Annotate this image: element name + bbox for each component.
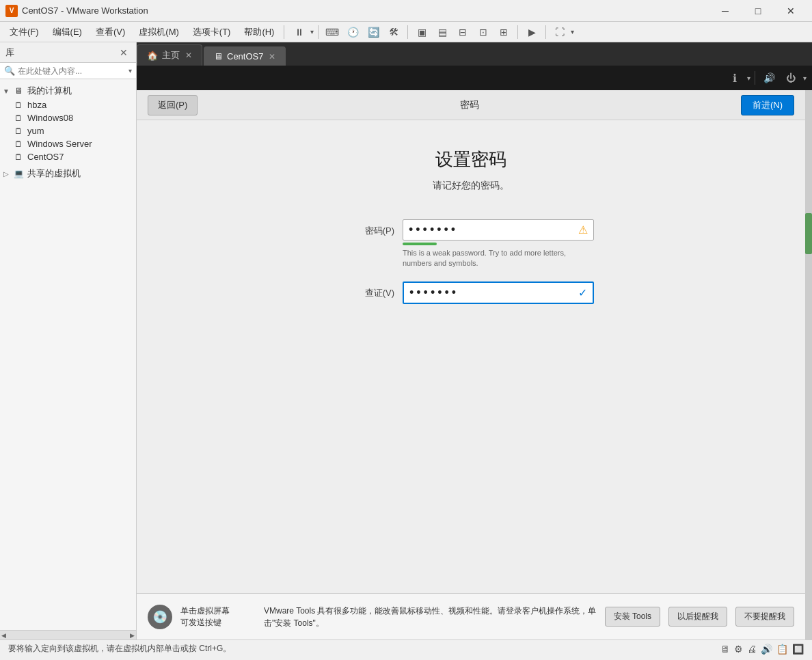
fullscreen-dropdown-arrow[interactable]: ▾ — [571, 28, 574, 36]
vm-screen-inner: 返回(P) 密码 前进(N) 设置密码 请记好您的密码。 密码(P) — [137, 90, 805, 640]
vm-settings-button[interactable]: ℹ — [725, 68, 744, 87]
send-ctrlaltdel-button[interactable]: ⌨ — [323, 23, 342, 41]
scroll-left-btn[interactable]: ◀ — [1, 632, 6, 639]
bottom-toolbar: 💿 单击虚拟屏幕可发送按键 VMware Tools 具有很多功能，能改善鼠标移… — [137, 593, 805, 640]
vm-tab-icon: 🖥 — [214, 51, 223, 61]
tree-shared-vm[interactable]: ▷ 💻 共享的虚拟机 — [0, 166, 136, 181]
install-tools-button[interactable]: 安装 Tools — [605, 607, 660, 627]
statusbar: 要将输入定向到该虚拟机，请在虚拟机内部单击或按 Ctrl+G。 🖥 ⚙ 🖨 🔊 … — [0, 640, 812, 657]
vm-icon-windows08: 🗒 — [12, 113, 25, 123]
minimize-button[interactable]: ─ — [709, 0, 741, 22]
vmtools-description: VMware Tools 具有很多功能，能改善鼠标移动性、视频和性能。请登录客户… — [264, 605, 597, 629]
tree-my-computer[interactable]: ▼ 🖥 我的计算机 — [0, 83, 136, 98]
vm-icon-windows-server: 🗒 — [12, 139, 25, 149]
bottom-left-text: 单击虚拟屏幕可发送按键 — [180, 605, 256, 629]
sep4 — [517, 25, 518, 39]
sidebar-search[interactable]: 🔍 ▾ — [0, 63, 136, 79]
snapshot-button[interactable]: 🕐 — [343, 23, 362, 41]
password-form-area: 设置密码 请记好您的密码。 密码(P) ⚠ — [137, 120, 805, 593]
tree-item-windows-server[interactable]: 🗒 Windows Server — [12, 137, 136, 150]
view5-button[interactable]: ⊞ — [494, 23, 513, 41]
status-icon-5: 📋 — [776, 644, 788, 655]
vm-audio-button[interactable]: 🔊 — [759, 68, 779, 87]
search-dropdown-icon[interactable]: ▾ — [128, 67, 132, 74]
password-input-row[interactable]: ⚠ — [403, 219, 594, 240]
menu-view[interactable]: 查看(V) — [89, 23, 132, 41]
toolbar-icons: ⏸ ▾ ⌨ 🕐 🔄 🛠 ▣ ▤ ⊟ ⊡ ⊞ ▶ ⛶ ▾ — [290, 23, 574, 41]
view4-button[interactable]: ⊡ — [474, 23, 493, 41]
label-centos7: CentOS7 — [27, 152, 64, 162]
vm-icon-hbza: 🗒 — [12, 100, 25, 110]
vm-toolbar: ℹ ▾ 🔊 ⏻ ▾ — [137, 66, 812, 90]
view-button[interactable]: ▣ — [412, 23, 431, 41]
statusbar-icons: 🖥 ⚙ 🖨 🔊 📋 🔲 — [720, 644, 804, 655]
remind-later-button[interactable]: 以后提醒我 — [668, 607, 727, 627]
vm-scrollbar[interactable] — [805, 90, 812, 640]
form-title: 设置密码 — [435, 148, 506, 171]
tab-home-close[interactable]: ✕ — [185, 51, 192, 60]
vm-toolbar-dropdown[interactable]: ▾ — [747, 74, 750, 82]
sidebar-close-button[interactable]: ✕ — [117, 46, 131, 59]
sidebar-tree: ▼ 🖥 我的计算机 🗒 hbza 🗒 Windows08 🗒 yum — [0, 79, 136, 630]
view3-button[interactable]: ⊟ — [453, 23, 472, 41]
vm-screen[interactable]: 返回(P) 密码 前进(N) 设置密码 请记好您的密码。 密码(P) — [137, 90, 812, 640]
menu-vm[interactable]: 虚拟机(M) — [132, 23, 186, 41]
dont-remind-button[interactable]: 不要提醒我 — [735, 607, 794, 627]
status-icon-6: 🔲 — [792, 644, 804, 655]
tab-home[interactable]: 🏠 主页 ✕ — [137, 44, 202, 66]
nav-title: 密码 — [198, 99, 741, 111]
vmtools-disc-icon: 💿 — [148, 605, 172, 629]
vm-power-button[interactable]: ⏻ — [781, 68, 800, 87]
menu-tabs[interactable]: 选项卡(T) — [186, 23, 238, 41]
revert-button[interactable]: 🔄 — [364, 23, 383, 41]
tree-item-centos7[interactable]: 🗒 CentOS7 — [12, 150, 136, 163]
password-input-wrap: ⚠ This is a weak password. Try to add mo… — [403, 219, 594, 269]
tree-item-yum[interactable]: 🗒 yum — [12, 124, 136, 137]
status-icon-1: 🖥 — [720, 644, 730, 655]
home-icon: 🏠 — [147, 51, 158, 61]
vm-nav-bar: 返回(P) 密码 前进(N) — [137, 90, 805, 120]
titlebar: V CentOS7 - VMware Workstation ─ □ ✕ — [0, 0, 812, 22]
tab-centos7[interactable]: 🖥 CentOS7 ✕ — [204, 46, 286, 66]
window-controls: ─ □ ✕ — [709, 0, 807, 22]
strength-text: This is a weak password. Try to add more… — [403, 248, 594, 269]
strength-bar-wrap — [403, 243, 594, 245]
maximize-button[interactable]: □ — [742, 0, 774, 22]
tab-home-label: 主页 — [162, 49, 180, 61]
form-subtitle: 请记好您的密码。 — [433, 180, 509, 192]
sidebar-title: 库 — [5, 46, 14, 59]
main-layout: 库 ✕ 🔍 ▾ ▼ 🖥 我的计算机 🗒 hbza 🗒 Windows08 — [0, 42, 812, 640]
search-input[interactable] — [18, 66, 128, 76]
fullscreen-button[interactable]: ⛶ — [550, 23, 569, 41]
vmware-tools-button[interactable]: 🛠 — [384, 23, 403, 41]
shared-icon: 💻 — [12, 169, 25, 178]
scroll-right-btn[interactable]: ▶ — [130, 632, 135, 639]
bottom-click-text: 单击虚拟屏幕可发送按键 — [180, 605, 256, 629]
vm-scrollbar-thumb[interactable] — [805, 213, 812, 254]
verify-input[interactable] — [409, 286, 574, 300]
vm-power-dropdown[interactable]: ▾ — [803, 74, 807, 82]
close-button[interactable]: ✕ — [775, 0, 807, 22]
label-windows-server: Windows Server — [27, 139, 92, 149]
next-button[interactable]: 前进(N) — [741, 95, 794, 115]
pause-dropdown-arrow[interactable]: ▾ — [310, 28, 314, 36]
label-shared-vm: 共享的虚拟机 — [27, 167, 81, 180]
terminal-button[interactable]: ▶ — [522, 23, 541, 41]
search-icon: 🔍 — [4, 66, 15, 76]
menu-help[interactable]: 帮助(H) — [237, 23, 281, 41]
tree-item-windows08[interactable]: 🗒 Windows08 — [12, 111, 136, 124]
sidebar-scrollbar: ◀ ▶ — [0, 630, 136, 640]
back-button[interactable]: 返回(P) — [148, 95, 198, 115]
verify-input-row[interactable]: ✓ — [403, 281, 594, 304]
verify-label: 查证(V) — [348, 281, 403, 299]
sidebar-header: 库 ✕ — [0, 42, 136, 63]
menu-edit[interactable]: 编辑(E) — [46, 23, 89, 41]
pause-button[interactable]: ⏸ — [290, 23, 309, 41]
form-fields: 密码(P) ⚠ This is a weak password. Try to … — [348, 219, 594, 316]
tree-item-hbza[interactable]: 🗒 hbza — [12, 98, 136, 111]
view2-button[interactable]: ▤ — [433, 23, 452, 41]
password-input[interactable] — [409, 223, 574, 237]
menu-file[interactable]: 文件(F) — [3, 23, 46, 41]
window-title: CentOS7 - VMware Workstation — [22, 5, 709, 16]
tab-centos7-close[interactable]: ✕ — [269, 52, 275, 61]
